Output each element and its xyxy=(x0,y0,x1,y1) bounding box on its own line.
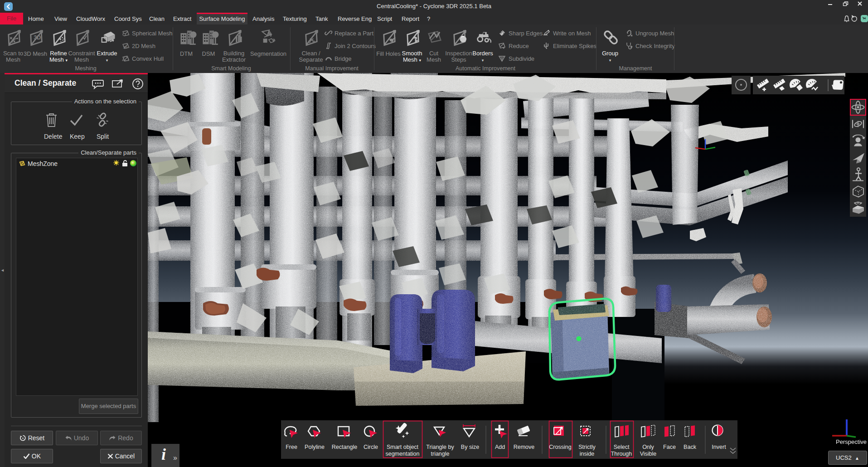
svg-text:Polyline: Polyline xyxy=(305,444,325,450)
svg-text:Select: Select xyxy=(614,444,630,450)
svg-text:Add: Add xyxy=(495,444,505,450)
svg-text:Only: Only xyxy=(642,444,654,450)
svg-text:3D: 3D xyxy=(34,34,41,41)
svg-text:2D: 2D xyxy=(123,46,127,49)
svg-text:segmentation: segmentation xyxy=(385,451,419,457)
svg-text:Through: Through xyxy=(611,451,632,457)
svg-text:Invert: Invert xyxy=(712,444,726,450)
svg-text:inside: inside xyxy=(580,451,595,457)
svg-text:Smart object: Smart object xyxy=(387,444,419,450)
svg-text:Free: Free xyxy=(286,444,297,450)
svg-text:Back: Back xyxy=(684,444,697,450)
svg-text:Strictly: Strictly xyxy=(578,444,596,450)
svg-text:Rectangle: Rectangle xyxy=(332,444,357,450)
svg-text:Circle: Circle xyxy=(364,444,378,450)
svg-text:triangle: triangle xyxy=(431,451,450,457)
svg-text:Remove: Remove xyxy=(514,444,535,450)
svg-text:By size: By size xyxy=(461,444,479,450)
svg-text:Visible: Visible xyxy=(640,451,657,457)
svg-text:Crossing: Crossing xyxy=(549,444,571,450)
svg-text:Triangle by: Triangle by xyxy=(426,444,454,450)
svg-text:Face: Face xyxy=(663,444,676,450)
